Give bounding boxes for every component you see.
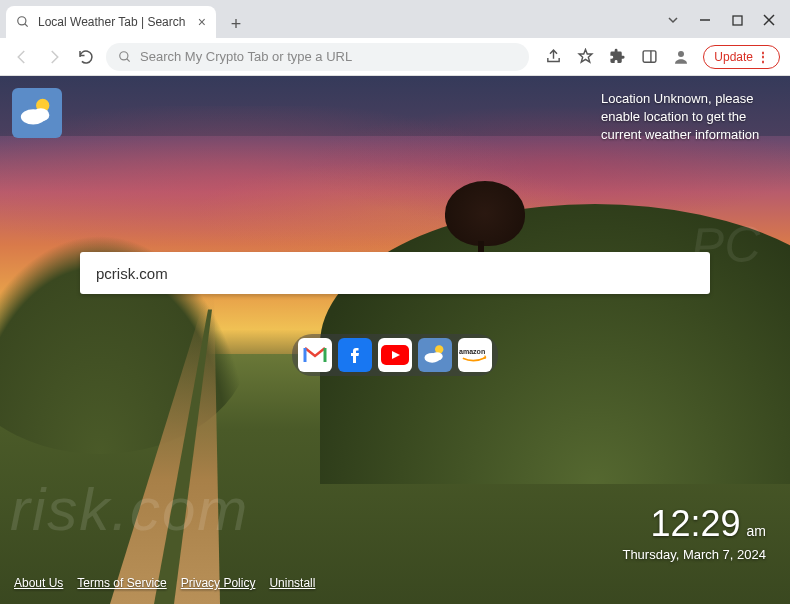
tab-title: Local Weather Tab | Search: [38, 15, 190, 29]
page-content: risk.com PC Location Unknown, please ena…: [0, 76, 790, 604]
quick-link-gmail[interactable]: [298, 338, 332, 372]
maximize-button[interactable]: [722, 8, 752, 32]
svg-point-17: [432, 352, 443, 360]
forward-button[interactable]: [42, 45, 66, 69]
clock-ampm: am: [747, 523, 766, 539]
reload-button[interactable]: [74, 45, 98, 69]
quick-link-weather[interactable]: [418, 338, 452, 372]
browser-titlebar: Local Weather Tab | Search × +: [0, 0, 790, 38]
footer-links: About Us Terms of Service Privacy Policy…: [14, 576, 315, 590]
quick-link-youtube[interactable]: [378, 338, 412, 372]
quick-link-amazon[interactable]: amazon: [458, 338, 492, 372]
browser-tab[interactable]: Local Weather Tab | Search ×: [6, 6, 216, 38]
omnibox-placeholder: Search My Crypto Tab or type a URL: [140, 49, 352, 64]
svg-text:amazon: amazon: [459, 348, 485, 355]
extensions-icon[interactable]: [607, 47, 627, 67]
chevron-down-icon[interactable]: [658, 8, 688, 32]
clock-date: Thursday, March 7, 2024: [622, 547, 766, 562]
weather-widget-icon[interactable]: [12, 88, 62, 138]
svg-line-7: [127, 58, 130, 61]
clock-widget: 12:29am Thursday, March 7, 2024: [622, 503, 766, 562]
search-input[interactable]: pcrisk.com: [80, 252, 710, 294]
back-button[interactable]: [10, 45, 34, 69]
sidepanel-icon[interactable]: [639, 47, 659, 67]
browser-toolbar: Search My Crypto Tab or type a URL Updat…: [0, 38, 790, 76]
location-message: Location Unknown, please enable location…: [601, 90, 766, 145]
search-value: pcrisk.com: [96, 265, 168, 282]
bookmark-icon[interactable]: [575, 47, 595, 67]
close-icon[interactable]: ×: [198, 14, 206, 30]
terms-link[interactable]: Terms of Service: [77, 576, 166, 590]
svg-line-1: [25, 24, 28, 27]
omnibox[interactable]: Search My Crypto Tab or type a URL: [106, 43, 529, 71]
svg-point-6: [120, 51, 128, 59]
close-button[interactable]: [754, 8, 784, 32]
clock-time: 12:29: [650, 503, 740, 544]
quick-links: amazon: [292, 334, 498, 376]
svg-rect-3: [733, 16, 742, 25]
menu-dots-icon: ⋮: [757, 50, 769, 64]
new-tab-button[interactable]: +: [222, 10, 250, 38]
minimize-button[interactable]: [690, 8, 720, 32]
about-link[interactable]: About Us: [14, 576, 63, 590]
svg-point-10: [678, 51, 684, 57]
share-icon[interactable]: [543, 47, 563, 67]
privacy-link[interactable]: Privacy Policy: [181, 576, 256, 590]
profile-icon[interactable]: [671, 47, 691, 67]
update-button[interactable]: Update ⋮: [703, 45, 780, 69]
uninstall-link[interactable]: Uninstall: [269, 576, 315, 590]
svg-point-13: [32, 108, 49, 121]
svg-rect-8: [643, 51, 656, 62]
search-icon: [16, 15, 30, 29]
svg-point-0: [18, 17, 26, 25]
quick-link-facebook[interactable]: [338, 338, 372, 372]
update-label: Update: [714, 50, 753, 64]
